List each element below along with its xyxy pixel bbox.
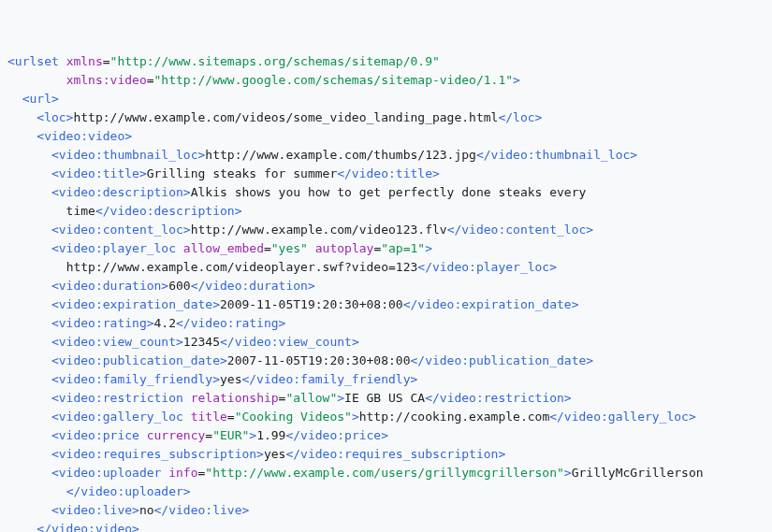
- xml-code-block: <urlset xmlns="http://www.sitemaps.org/s…: [7, 52, 765, 532]
